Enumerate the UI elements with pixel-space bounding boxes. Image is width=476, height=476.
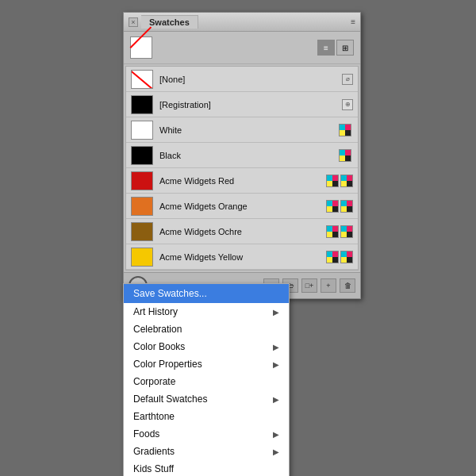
swatch-row[interactable]: Acme Widgets Yellow [126,244,358,270]
swatch-name: Acme Widgets Yellow [159,252,326,262]
save-swatches-item[interactable]: Save Swatches... [124,284,289,303]
spot-icon [326,251,339,263]
process-icon [339,149,351,162]
swatch-name: Acme Widgets Orange [159,202,326,211]
panel-title: Swatches [149,17,190,27]
swatch-color-none [131,70,153,89]
submenu-arrow: ▶ [273,308,279,317]
panel-menu-button[interactable]: ≡ [351,17,355,26]
swatch-name: White [159,125,339,135]
swatch-name: [Registration] [159,100,339,109]
menu-item-default-swatches[interactable]: Default Swatches ▶ [124,390,289,408]
menu-item-corporate[interactable]: Corporate [124,373,289,390]
submenu-arrow: ▶ [273,395,279,404]
context-menu: Save Swatches... Art History ▶ Celebrati… [123,283,290,476]
swatch-row[interactable]: Acme Widgets Orange [126,194,358,219]
process-icon [340,200,353,213]
swatch-row[interactable]: [None] ⌀ [126,67,358,92]
swatch-row[interactable]: [Registration] ⊕ [126,92,358,117]
menu-item-celebration[interactable]: Celebration [124,321,289,338]
new-swatch-icon[interactable]: + [321,278,336,293]
swatch-row[interactable]: Black [126,143,358,168]
close-button[interactable]: × [129,17,138,27]
swatch-color-yellow [131,248,153,267]
swatch-name: Acme Widgets Red [159,176,326,186]
view-buttons: ≡ ⊞ [317,40,354,56]
list-view-button[interactable]: ≡ [317,40,335,56]
spot-icon [326,200,339,213]
swatch-color-ochre [131,222,153,241]
process-icon [340,251,353,263]
swatches-panel: × Swatches ≡ ≡ ⊞ [None] ⌀ [123,12,361,299]
submenu-arrow: ▶ [273,447,279,456]
none-icon: ⌀ [342,74,353,85]
submenu-arrow: ▶ [273,360,279,369]
spot-icon [326,175,339,187]
new-group-icon[interactable]: □+ [301,278,317,293]
registration-icon: ⊕ [342,99,353,110]
panel-title-area: × Swatches [129,15,198,29]
swatch-name: Acme Widgets Ochre [159,227,326,236]
process-icon [339,124,351,136]
menu-item-color-books[interactable]: Color Books ▶ [124,338,289,355]
menu-item-foods[interactable]: Foods ▶ [124,425,289,443]
menu-item-color-properties[interactable]: Color Properties ▶ [124,355,289,373]
none-color-swatch [131,37,152,58]
menu-item-earthtone[interactable]: Earthtone [124,408,289,425]
swatch-toolbar: ≡ ⊞ [124,32,360,64]
menu-item-kids-stuff[interactable]: Kids Stuff [124,460,289,476]
swatch-color-registration [131,95,153,114]
delete-icon[interactable]: 🗑 [340,278,355,293]
grid-view-button[interactable]: ⊞ [336,40,354,56]
swatch-color-white [131,121,153,140]
swatch-name: Black [159,151,339,160]
submenu-arrow: ▶ [273,343,279,351]
process-icon [340,175,353,187]
color-preview [130,36,152,59]
submenu-arrow: ▶ [273,430,279,439]
swatch-row[interactable]: White [126,117,358,143]
menu-item-gradients[interactable]: Gradients ▶ [124,443,289,460]
swatch-color-black [131,146,153,165]
swatch-row[interactable]: Acme Widgets Ochre [126,219,358,244]
panel-titlebar: × Swatches ≡ [124,13,360,32]
swatches-list: [None] ⌀ [Registration] ⊕ White Black [125,66,359,271]
swatch-color-red [131,171,153,190]
swatch-name: [None] [159,75,339,84]
process-icon [340,225,353,238]
swatch-color-orange [131,197,153,216]
swatch-row[interactable]: Acme Widgets Red [126,168,358,194]
spot-icon [326,225,339,238]
menu-item-art-history[interactable]: Art History ▶ [124,303,289,321]
